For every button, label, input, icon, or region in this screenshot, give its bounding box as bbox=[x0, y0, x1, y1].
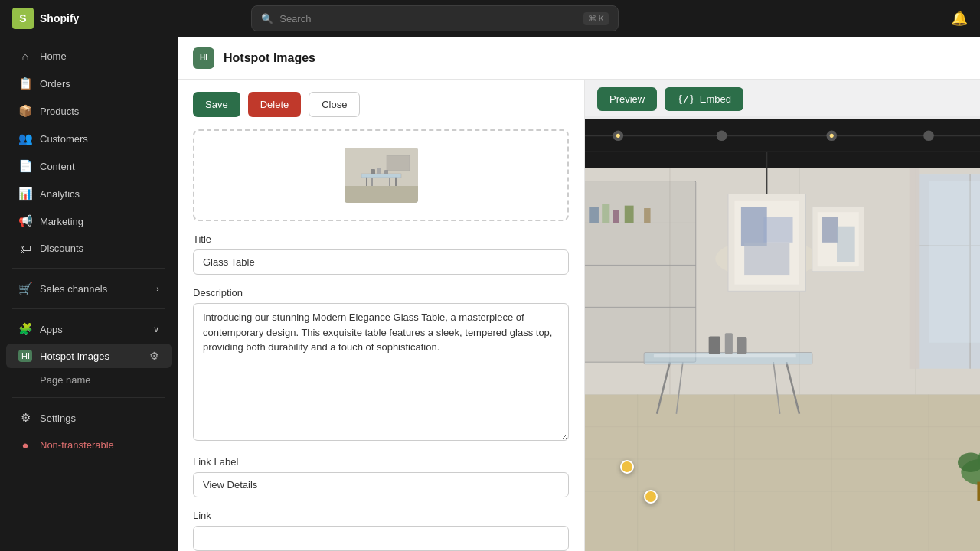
svg-rect-31 bbox=[929, 181, 980, 343]
chevron-down-icon: ∨ bbox=[153, 324, 159, 334]
sidebar-item-customers[interactable]: 👥 Customers bbox=[6, 126, 172, 152]
sidebar-item-label-analytics: Analytics bbox=[40, 188, 80, 200]
image-preview bbox=[345, 148, 418, 203]
svg-point-19 bbox=[923, 131, 934, 142]
svg-rect-58 bbox=[644, 353, 812, 364]
room-preview bbox=[585, 116, 980, 551]
svg-rect-41 bbox=[644, 208, 650, 223]
sidebar-item-hotspot-images[interactable]: HI Hotspot Images ⚙ bbox=[6, 344, 172, 368]
svg-rect-42 bbox=[585, 394, 980, 551]
title-field-group: Title bbox=[193, 233, 569, 275]
sidebar-item-analytics[interactable]: 📊 Analytics bbox=[6, 181, 172, 207]
svg-rect-32 bbox=[585, 181, 696, 363]
save-button[interactable]: Save bbox=[193, 92, 240, 117]
notification-bell[interactable]: 🔔 bbox=[951, 10, 968, 27]
sidebar-item-orders[interactable]: 📋 Orders bbox=[6, 70, 172, 96]
svg-rect-71 bbox=[837, 227, 855, 262]
svg-rect-9 bbox=[377, 168, 381, 174]
sidebar-item-content[interactable]: 📄 Content bbox=[6, 153, 172, 179]
sidebar-item-non-transferable[interactable]: ● Non-transferable bbox=[6, 432, 172, 458]
svg-rect-75 bbox=[977, 482, 980, 501]
preview-button[interactable]: Preview bbox=[597, 87, 657, 111]
sidebar-item-label-settings: Settings bbox=[40, 412, 76, 424]
link-label-input[interactable] bbox=[193, 472, 569, 497]
svg-rect-67 bbox=[744, 243, 789, 275]
title-input[interactable] bbox=[193, 249, 569, 275]
search-placeholder: Search bbox=[279, 13, 311, 24]
svg-rect-40 bbox=[625, 206, 634, 223]
svg-rect-13 bbox=[585, 116, 980, 168]
close-button[interactable]: Close bbox=[309, 92, 360, 117]
home-icon: ⌂ bbox=[18, 50, 32, 63]
svg-rect-5 bbox=[371, 178, 373, 186]
products-icon: 📦 bbox=[18, 104, 32, 118]
link-label-field-group: Link Label bbox=[193, 456, 569, 497]
delete-button[interactable]: Delete bbox=[248, 92, 302, 117]
discounts-icon: 🏷 bbox=[18, 242, 32, 255]
settings-gear-icon[interactable]: ⚙ bbox=[149, 350, 159, 362]
sales-channels-icon: 🛒 bbox=[18, 282, 32, 295]
sidebar-item-home[interactable]: ⌂ Home bbox=[6, 44, 172, 69]
sidebar-item-settings[interactable]: ⚙ Settings bbox=[6, 405, 172, 431]
sidebar-item-label-products: Products bbox=[40, 106, 79, 117]
svg-rect-8 bbox=[371, 169, 375, 174]
svg-rect-60 bbox=[709, 336, 720, 354]
sidebar-item-label-orders: Orders bbox=[40, 78, 70, 90]
svg-rect-38 bbox=[602, 204, 609, 223]
search-icon: 🔍 bbox=[261, 13, 273, 24]
link-field-group: Link bbox=[193, 510, 569, 551]
description-textarea[interactable] bbox=[193, 303, 569, 441]
marketing-icon: 📢 bbox=[18, 214, 32, 228]
sidebar-item-label-non-transferable: Non-transferable bbox=[40, 439, 114, 451]
sidebar-item-label-content: Content bbox=[40, 161, 75, 172]
page-header-icon: HI bbox=[193, 47, 214, 69]
svg-rect-3 bbox=[366, 177, 368, 186]
link-input[interactable] bbox=[193, 526, 569, 551]
page-name-label: Page name bbox=[40, 374, 91, 386]
preview-embed-bar: Preview {/} Embed bbox=[585, 80, 980, 119]
svg-rect-11 bbox=[387, 155, 410, 171]
sidebar-item-label-apps: Apps bbox=[40, 324, 63, 335]
embed-button[interactable]: {/} Embed bbox=[665, 87, 743, 111]
sidebar-item-label-marketing: Marketing bbox=[40, 216, 83, 227]
sidebar-item-marketing[interactable]: 📢 Marketing bbox=[6, 208, 172, 234]
sidebar-item-sales-channels[interactable]: 🛒 Sales channels › bbox=[6, 276, 172, 302]
svg-point-17 bbox=[717, 131, 727, 142]
search-bar[interactable]: 🔍 Search ⌘ K bbox=[251, 5, 619, 31]
divider-3 bbox=[12, 397, 165, 398]
svg-rect-7 bbox=[361, 174, 401, 178]
svg-rect-39 bbox=[613, 210, 619, 223]
image-upload-area[interactable] bbox=[193, 129, 569, 221]
sidebar-item-products[interactable]: 📦 Products bbox=[6, 98, 172, 124]
svg-rect-65 bbox=[741, 207, 767, 246]
brand-name: shopify bbox=[40, 12, 79, 24]
embed-icon: {/} bbox=[677, 93, 694, 105]
svg-rect-61 bbox=[725, 333, 733, 354]
sidebar-sub-item-page-name[interactable]: Page name bbox=[6, 370, 172, 390]
svg-rect-29 bbox=[910, 168, 920, 369]
divider-1 bbox=[12, 268, 165, 269]
toolbar: Save Delete Close bbox=[193, 92, 569, 117]
room-svg bbox=[585, 116, 980, 551]
svg-rect-4 bbox=[395, 177, 397, 186]
sidebar-item-label-hotspot: Hotspot Images bbox=[40, 350, 109, 362]
apps-icon: 🧩 bbox=[18, 322, 32, 336]
page-title: Hotspot Images bbox=[224, 51, 315, 65]
topbar: S shopify 🔍 Search ⌘ K 🔔 bbox=[0, 0, 980, 37]
customers-icon: 👥 bbox=[18, 132, 32, 145]
sidebar-item-label-sales: Sales channels bbox=[40, 283, 107, 295]
main-layout: ⌂ Home 📋 Orders 📦 Products 👥 Customers 📄… bbox=[0, 37, 980, 551]
embed-button-label: Embed bbox=[700, 93, 731, 105]
description-field-group: Description bbox=[193, 287, 569, 444]
sidebar-item-discounts[interactable]: 🏷 Discounts bbox=[6, 236, 172, 261]
settings-icon: ⚙ bbox=[18, 411, 32, 425]
thumbnail-svg bbox=[345, 148, 418, 203]
svg-rect-62 bbox=[737, 337, 747, 354]
sidebar-item-apps[interactable]: 🧩 Apps ∨ bbox=[6, 316, 172, 342]
svg-rect-59 bbox=[654, 354, 796, 357]
hotspot-images-icon: HI bbox=[18, 350, 32, 362]
title-label: Title bbox=[193, 233, 569, 245]
sidebar-item-label-customers: Customers bbox=[40, 133, 88, 145]
svg-rect-37 bbox=[589, 207, 599, 223]
sidebar: ⌂ Home 📋 Orders 📦 Products 👥 Customers 📄… bbox=[0, 37, 178, 551]
